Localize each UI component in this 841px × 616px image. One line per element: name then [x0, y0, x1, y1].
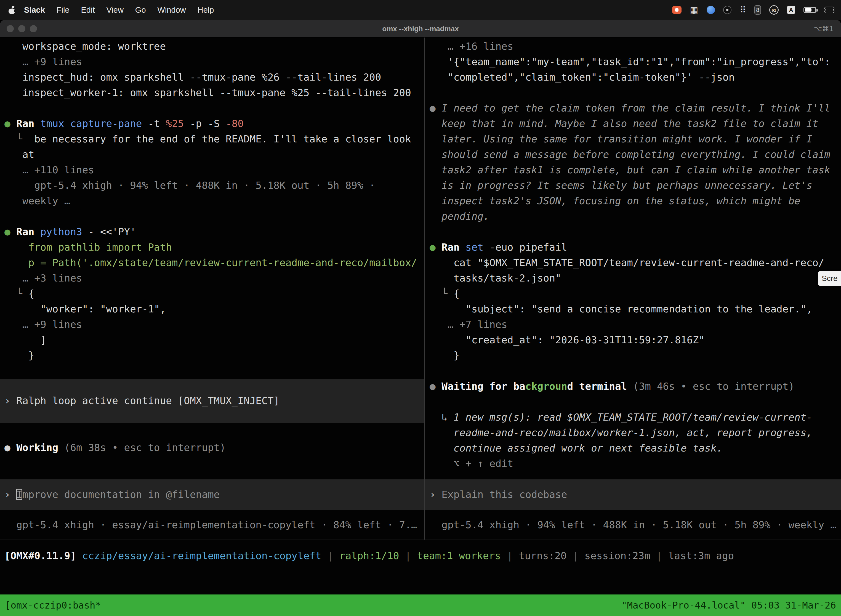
menu-bar: Slack File Edit View Go Window Help ▦ ⠿ …	[0, 0, 841, 20]
prompt-band[interactable]: › Improve documentation in @filename	[0, 480, 424, 510]
terminal-line: └ be necessary for the end of the README…	[4, 131, 424, 147]
terminal-line: … +9 lines	[4, 54, 424, 70]
terminal-line: }	[429, 348, 841, 363]
terminal-line	[4, 100, 424, 116]
menu-item-help[interactable]: Help	[192, 6, 220, 15]
terminal-line: later. Using the same for transition mig…	[429, 131, 841, 147]
terminal-line: tasks/task-2.json"	[429, 270, 841, 286]
window-titlebar: omx --xhigh --madmax ⌥⌘1	[0, 20, 841, 38]
terminal-line: gpt-5.4 xhigh · 94% left · 488K in · 5.1…	[4, 178, 424, 193]
terminal-line	[4, 209, 424, 224]
menu-item-view[interactable]: View	[101, 6, 129, 15]
terminal-line: }	[4, 348, 424, 363]
terminal-line	[429, 363, 841, 378]
terminal-line: … +7 lines	[429, 317, 841, 332]
terminal-line: workspace_mode: worktree	[4, 39, 424, 54]
terminal-line: cat "$OMX_TEAM_STATE_ROOT/team/review-cu…	[429, 255, 841, 270]
terminal-line: inspect_worker-1: omx sparkshell --tmux-…	[4, 85, 424, 100]
terminal-line: ● Ran tmux capture-pane -t %25 -p -S -80	[4, 116, 424, 131]
tmux-pane-right[interactable]: … +16 lines '{"team_name":"my-team","tas…	[425, 38, 841, 540]
terminal-line: weekly …	[4, 193, 424, 209]
terminal-line: ● Ran set -euo pipefail	[429, 239, 841, 255]
terminal-line: "worker": "worker-1",	[4, 301, 424, 317]
terminal-line: '{"team_name":"my-team","task_id":"1","f…	[429, 54, 841, 70]
terminal-line: ● I need to get the claim token from the…	[429, 100, 841, 116]
tmux-host-clock: "MacBook-Pro-44.local" 05:03 31-Mar-26	[621, 600, 836, 611]
keyboard-icon[interactable]: ▦	[690, 5, 698, 15]
terminal-line	[429, 394, 841, 409]
terminal-line: [OMX#0.11.9] cczip/essay/ai-reimplementa…	[4, 548, 841, 563]
terminal-line: … +16 lines	[429, 39, 841, 54]
terminal-line: └ {	[429, 286, 841, 301]
menu-item-edit[interactable]: Edit	[75, 6, 101, 15]
terminal-line	[429, 85, 841, 100]
terminal-line: task2 after task1 is complete, but can I…	[429, 162, 841, 178]
terminal-line: should send a message before completing …	[429, 147, 841, 162]
terminal-line: p = Path('.omx/state/team/review-current…	[4, 255, 424, 270]
terminal-line: "created_at": "2026-03-31T11:59:27.816Z"	[429, 332, 841, 348]
prompt-band[interactable]: › Explain this codebase	[425, 480, 841, 510]
prompt-band[interactable]: › Ralph loop active continue [OMX_TMUX_I…	[0, 378, 424, 423]
terminal-line: └ {	[4, 286, 424, 301]
terminal-line: inspect task2's JSON, focusing on the st…	[429, 193, 841, 209]
menu-app-name[interactable]: Slack	[18, 6, 51, 15]
menu-item-window[interactable]: Window	[152, 6, 192, 15]
tmux-status-bar: [omx-cczip0:bash* "MacBook-Pro-44.local"…	[0, 594, 841, 616]
terminal-line: readme-and-reco/mailbox/worker-1.json, a…	[429, 425, 841, 440]
dots-grid-icon[interactable]: ⠿	[740, 5, 746, 15]
terminal-line: pending.	[429, 209, 841, 224]
menu-bar-status-icons: ▦ ⠿ 8 61 A	[672, 5, 841, 15]
screen-recording-icon[interactable]	[672, 6, 681, 14]
terminal-line: ]	[4, 332, 424, 348]
screen-share-overlay[interactable]: Scre	[818, 271, 841, 286]
terminal-line: keep that in mind. Maybe I also need the…	[429, 116, 841, 131]
window-shortcut-hint: ⌥⌘1	[814, 20, 834, 38]
terminal-line: inspect_hud: omx sparkshell --tmux-pane …	[4, 70, 424, 85]
dark-app-icon[interactable]	[723, 6, 731, 14]
terminal-line: ● Waiting for background terminal (3m 46…	[429, 378, 841, 394]
terminal-window: omx --xhigh --madmax ⌥⌘1 workspace_mode:…	[0, 20, 841, 616]
terminal-content: workspace_mode: worktree … +9 lines insp…	[0, 38, 841, 616]
blue-app-icon[interactable]	[707, 6, 715, 14]
tmux-session-label: [omx-cczip0:bash*	[5, 600, 101, 611]
app-8-icon[interactable]: 8	[755, 5, 761, 15]
terminal-line: at	[4, 147, 424, 162]
terminal-line: continue assigned work or next feasible …	[429, 440, 841, 456]
terminal-line: ● Working (6m 38s • esc to interrupt)	[4, 440, 424, 455]
battery-icon[interactable]	[803, 7, 816, 13]
terminal-line: … +9 lines	[4, 317, 424, 332]
window-title: omx --xhigh --madmax	[0, 20, 841, 38]
menu-item-file[interactable]: File	[51, 6, 75, 15]
terminal-line	[429, 224, 841, 239]
tmux-pane-left[interactable]: workspace_mode: worktree … +9 lines insp…	[0, 38, 424, 540]
terminal-line: gpt-5.4 xhigh · essay/ai-reimplementatio…	[4, 517, 424, 532]
terminal-line: ↳ 1 new msg(s): read $OMX_TEAM_STATE_ROO…	[429, 409, 841, 425]
terminal-line: ● Ran python3 - <<'PY'	[4, 224, 424, 239]
terminal-line: from pathlib import Path	[4, 239, 424, 255]
menu-item-go[interactable]: Go	[129, 6, 152, 15]
terminal-line: "completed","claim_token":"claim-token"}…	[429, 70, 841, 85]
terminal-line: gpt-5.4 xhigh · 94% left · 488K in · 5.1…	[429, 517, 841, 532]
menu-bar-left: Slack File Edit View Go Window Help	[0, 6, 220, 15]
terminal-line: … +110 lines	[4, 162, 424, 178]
terminal-line: … +3 lines	[4, 270, 424, 286]
terminal-line: is in progress? It seems likely but perh…	[429, 178, 841, 193]
control-center-icon[interactable]	[825, 7, 833, 13]
omx-status-line: [OMX#0.11.9] cczip/essay/ai-reimplementa…	[4, 548, 841, 563]
input-source-icon[interactable]: A	[787, 6, 795, 14]
battery-percentage-icon[interactable]: 61	[769, 5, 779, 15]
status-separator	[0, 540, 841, 540]
apple-menu-icon[interactable]	[8, 6, 15, 14]
terminal-line: ⌥ + ↑ edit	[429, 456, 841, 471]
terminal-line: "subject": "send a concise recommendatio…	[429, 301, 841, 317]
